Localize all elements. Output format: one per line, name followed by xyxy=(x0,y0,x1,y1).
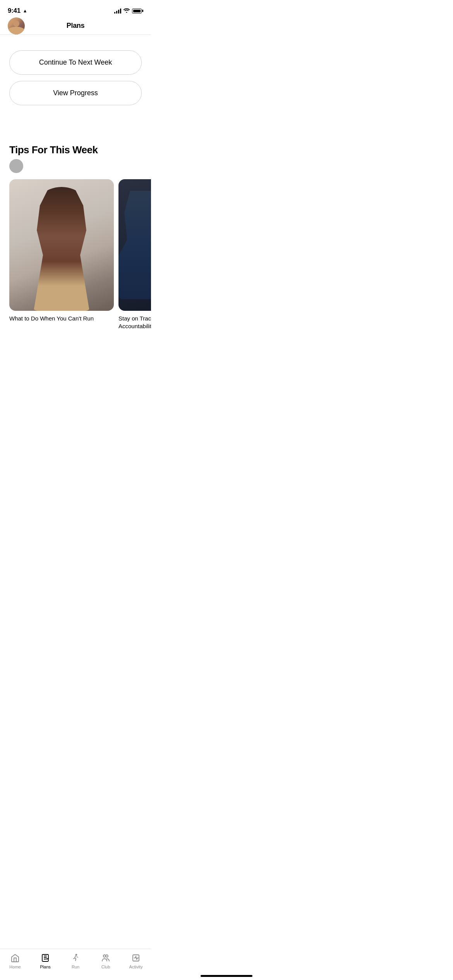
avatar[interactable] xyxy=(8,17,25,34)
tips-page-indicator xyxy=(9,159,23,173)
status-bar: 9:41 ▲ xyxy=(0,0,151,19)
signal-icon xyxy=(114,8,121,14)
battery-icon xyxy=(132,9,143,14)
tips-section: Tips For This Week What to Do When You C… xyxy=(0,144,151,330)
tip-card-1-image xyxy=(9,179,114,311)
tip-card-2-image xyxy=(118,179,151,311)
continue-next-week-button[interactable]: Continue To Next Week xyxy=(9,50,142,75)
tip-card-2[interactable]: Stay on Track Accountabilit… xyxy=(118,179,151,330)
status-time: 9:41 ▲ xyxy=(8,7,27,15)
wifi-icon xyxy=(124,8,130,14)
tip-card-1-label: What to Do When You Can't Run xyxy=(9,315,114,322)
tips-title: Tips For This Week xyxy=(9,144,142,156)
view-progress-button[interactable]: View Progress xyxy=(9,81,142,105)
tip-card-2-label: Stay on Track Accountabilit… xyxy=(118,315,151,330)
tips-cards-row: What to Do When You Can't Run Stay on Tr… xyxy=(0,179,151,330)
location-icon: ▲ xyxy=(23,8,27,14)
header: Plans xyxy=(0,19,151,35)
status-icons xyxy=(114,8,143,14)
tip-card-1[interactable]: What to Do When You Can't Run xyxy=(9,179,114,330)
main-content: Continue To Next Week View Progress xyxy=(0,35,151,113)
page-title: Plans xyxy=(67,22,85,30)
